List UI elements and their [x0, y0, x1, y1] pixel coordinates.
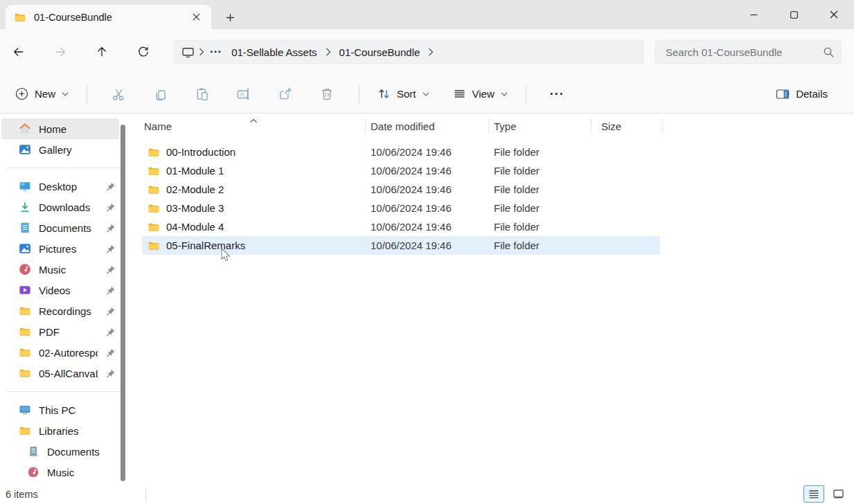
sidebar-item-label: This PC [39, 404, 128, 416]
sidebar-item-music[interactable]: Music [0, 462, 128, 483]
paste-button[interactable] [181, 81, 223, 107]
view-icon [453, 87, 466, 100]
column-header-type[interactable]: Type [488, 116, 591, 136]
column-header-label: Size [601, 120, 621, 132]
pin-icon[interactable] [105, 327, 116, 337]
sidebar: HomeGalleryDesktopDownloadsDocumentsPict… [0, 114, 128, 485]
sidebar-item-home[interactable]: Home [1, 118, 119, 139]
gallery-icon [19, 143, 31, 156]
pin-icon[interactable] [105, 223, 116, 233]
sort-button[interactable]: Sort [371, 81, 436, 107]
plus-circle-icon [15, 87, 28, 100]
up-button[interactable] [88, 39, 116, 65]
folder-icon [19, 424, 31, 437]
search-icon[interactable] [823, 46, 835, 58]
refresh-button[interactable] [130, 39, 157, 65]
file-date-modified: 10/06/2024 19:46 [365, 240, 488, 251]
close-button[interactable] [814, 0, 854, 29]
icons-view-toggle[interactable] [828, 485, 848, 503]
sidebar-item-label: Downloads [39, 201, 98, 213]
chevron-right-icon [428, 48, 434, 56]
files-header: NameDate modifiedTypeSize [142, 116, 663, 136]
items-count: 6 items [6, 489, 38, 500]
sort-ascending-icon [249, 114, 258, 125]
rename-button[interactable]: A [223, 81, 265, 107]
pin-icon[interactable] [105, 285, 116, 296]
file-name: 01-Module 1 [166, 165, 224, 177]
file-row-03-module-3[interactable]: 03-Module 310/06/2024 19:46File folder [142, 199, 660, 217]
sidebar-item-downloads[interactable]: Downloads [0, 197, 128, 217]
file-date-modified: 10/06/2024 19:46 [365, 202, 488, 214]
cut-button[interactable] [98, 81, 140, 107]
chevron-right-icon [199, 48, 204, 56]
breadcrumb-item-01-coursebundle[interactable]: 01-CourseBundle [335, 45, 425, 60]
back-button[interactable] [5, 39, 33, 65]
sidebar-item-music[interactable]: Music [0, 259, 128, 280]
file-name-cell: 00-Introduction [142, 146, 365, 159]
sidebar-item-05-allcanvalir[interactable]: 05-AllCanvaLir [0, 363, 128, 384]
column-header-size[interactable]: Size [591, 116, 663, 136]
file-row-01-module-1[interactable]: 01-Module 110/06/2024 19:46File folder [142, 161, 660, 180]
details-button[interactable]: Details [769, 81, 835, 107]
minimize-button[interactable] [733, 0, 774, 29]
file-explorer-window: 01-CourseBundle [0, 0, 854, 504]
share-button[interactable] [265, 81, 306, 107]
folder-icon [19, 325, 31, 338]
breadcrumb-overflow[interactable]: ... [208, 41, 223, 57]
pin-icon[interactable] [105, 244, 116, 254]
search-input[interactable] [664, 46, 823, 59]
file-row-04-module-4[interactable]: 04-Module 410/06/2024 19:46File folder [142, 217, 660, 236]
tab-title: 01-CourseBundle [34, 12, 180, 23]
up-arrow-icon [96, 46, 108, 58]
copy-button[interactable] [140, 81, 181, 107]
sidebar-item-label: Recordings [39, 305, 98, 317]
sidebar-item-desktop[interactable]: Desktop [0, 176, 128, 197]
this-pc-icon [19, 404, 31, 416]
sort-icon [377, 87, 391, 100]
new-tab-button[interactable] [220, 9, 240, 26]
file-name-cell: 04-Module 4 [142, 221, 365, 233]
pin-icon[interactable] [105, 202, 116, 213]
pin-icon[interactable] [105, 368, 116, 379]
documents-lib-icon [27, 445, 39, 458]
file-date-modified: 10/06/2024 19:46 [365, 183, 488, 195]
sidebar-divider [8, 168, 120, 168]
this-pc-icon[interactable] [181, 46, 195, 59]
sidebar-item-recordings[interactable]: Recordings [0, 300, 128, 321]
pin-icon[interactable] [105, 181, 116, 192]
sidebar-item-this-pc[interactable]: This PC [0, 399, 128, 420]
sidebar-item-documents[interactable]: Documents [0, 217, 128, 238]
sidebar-scrollbar[interactable] [121, 125, 125, 481]
pin-icon[interactable] [105, 264, 116, 275]
file-row-02-module-2[interactable]: 02-Module 210/06/2024 19:46File folder [142, 180, 660, 199]
sidebar-item-documents[interactable]: Documents [0, 441, 128, 462]
navigation-bar: ... 01-Sellable Assets 01-CourseBundle [0, 29, 854, 75]
tab-01-coursebundle[interactable]: 01-CourseBundle [6, 5, 211, 29]
more-options-button[interactable]: ... [540, 84, 574, 98]
column-header-label: Date modified [371, 120, 435, 132]
sidebar-item-gallery[interactable]: Gallery [0, 139, 128, 160]
music-lib-icon [27, 466, 39, 478]
maximize-button[interactable] [774, 0, 814, 29]
chevron-down-icon [62, 92, 69, 96]
files-pane: NameDate modifiedTypeSize 00-Introductio… [128, 114, 854, 485]
forward-button[interactable] [46, 39, 74, 65]
view-button[interactable]: View [446, 81, 515, 107]
music-icon [19, 263, 31, 276]
sidebar-item-videos[interactable]: Videos [0, 280, 128, 300]
column-header-label: Type [494, 120, 517, 132]
new-button-label: New [35, 88, 55, 100]
sidebar-item-02-autorespor[interactable]: 02-Autorespor [0, 342, 128, 363]
new-button[interactable]: New [8, 81, 75, 107]
sidebar-item-pdf[interactable]: PDF [0, 321, 128, 342]
delete-button[interactable] [306, 81, 348, 107]
sidebar-item-libraries[interactable]: Libraries [0, 420, 128, 441]
details-view-toggle[interactable] [803, 485, 824, 503]
tab-close-icon[interactable] [188, 9, 204, 26]
breadcrumb-item-01-sellable-assets[interactable]: 01-Sellable Assets [227, 45, 321, 60]
pin-icon[interactable] [105, 348, 116, 358]
sidebar-item-pictures[interactable]: Pictures [0, 238, 128, 259]
file-row-00-introduction[interactable]: 00-Introduction10/06/2024 19:46File fold… [142, 143, 660, 161]
column-header-date-modified[interactable]: Date modified [365, 116, 488, 136]
pin-icon[interactable] [105, 306, 116, 316]
